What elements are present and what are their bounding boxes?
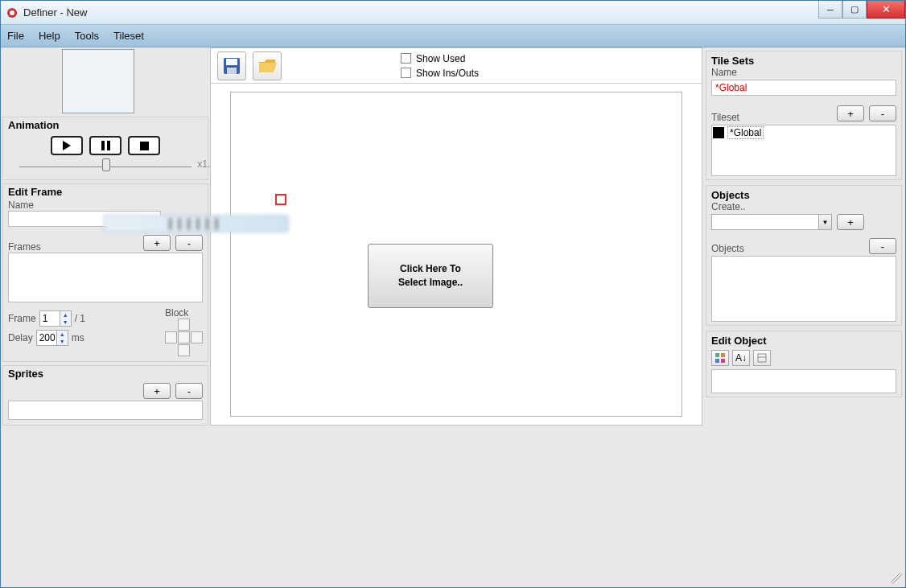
show-used-checkbox[interactable]: Show Used — [401, 53, 479, 64]
folder-open-icon — [257, 56, 277, 76]
titlebar[interactable]: Definer - New ─ ▢ ✕ — [1, 1, 905, 25]
objects-group: Objects Create.. ▼ + Objects - — [706, 185, 902, 326]
window-buttons: ─ ▢ ✕ — [818, 1, 905, 24]
objects-title: Objects — [711, 189, 896, 201]
speed-label: x1.0 — [197, 158, 210, 170]
create-select[interactable]: ▼ — [711, 214, 832, 230]
menu-tileset[interactable]: Tileset — [113, 30, 144, 42]
animation-group: Animation x1.0 — [2, 117, 208, 180]
prop-pages-button[interactable] — [753, 350, 771, 366]
frames-list[interactable] — [8, 253, 203, 302]
right-panel: Tile Sets Name Tileset + - *Global — [702, 47, 905, 426]
frames-label: Frames — [8, 241, 143, 253]
editobject-group: Edit Object A↓ — [706, 331, 902, 397]
app-window: Definer - New ─ ▢ ✕ File Help Tools Tile… — [0, 0, 906, 588]
block-label: Block — [165, 307, 203, 319]
svg-rect-3 — [226, 59, 237, 65]
menu-tools[interactable]: Tools — [75, 30, 99, 42]
delay-label: Delay — [8, 332, 33, 343]
tileset-remove-button[interactable]: - — [869, 105, 896, 121]
editobject-title: Edit Object — [711, 335, 896, 347]
svg-rect-8 — [721, 359, 725, 363]
sprites-add-button[interactable]: + — [143, 383, 171, 399]
resize-grip[interactable] — [891, 573, 902, 584]
tileset-item-global[interactable]: *Global — [712, 125, 896, 140]
frames-remove-button[interactable]: - — [175, 235, 203, 251]
sprites-remove-button[interactable]: - — [175, 383, 203, 399]
delay-spinner[interactable]: 200▲▼ — [36, 330, 68, 346]
close-button[interactable]: ✕ — [867, 1, 905, 19]
app-icon — [6, 6, 19, 19]
open-button[interactable] — [253, 51, 282, 80]
editframe-title: Edit Frame — [8, 186, 203, 198]
tileset-list[interactable]: *Global — [711, 125, 896, 176]
menubar: File Help Tools Tileset — [1, 25, 905, 47]
objects-list[interactable] — [711, 256, 896, 322]
center-panel: Show Used Show Ins/Outs Click Here ToSel… — [210, 47, 702, 426]
canvas-area[interactable]: Click Here ToSelect Image.. — [230, 92, 682, 417]
sprites-title: Sprites — [8, 368, 203, 380]
stop-button[interactable] — [128, 136, 160, 155]
svg-rect-4 — [227, 68, 237, 74]
block-grid[interactable] — [165, 319, 203, 356]
objects-list-label: Objects — [711, 243, 869, 254]
save-icon — [222, 56, 241, 76]
pause-icon — [101, 141, 110, 150]
svg-rect-9 — [758, 354, 766, 362]
frame-spinner[interactable]: 1▲▼ — [39, 310, 72, 327]
window-title: Definer - New — [23, 6, 818, 19]
tileset-list-label: Tileset — [711, 112, 837, 123]
chevron-down-icon: ▼ — [818, 215, 831, 229]
animation-title: Animation — [8, 119, 203, 131]
frames-add-button[interactable]: + — [143, 235, 171, 251]
categorized-icon — [715, 352, 726, 364]
create-label: Create.. — [711, 201, 896, 212]
property-pages-icon — [756, 352, 768, 364]
save-button[interactable] — [217, 51, 246, 80]
preview-box[interactable] — [62, 49, 134, 113]
tileset-name-label: Name — [711, 67, 896, 78]
selection-marker[interactable] — [275, 194, 286, 205]
select-image-button[interactable]: Click Here ToSelect Image.. — [368, 244, 493, 308]
object-remove-button[interactable]: - — [869, 238, 896, 254]
svg-rect-7 — [715, 359, 719, 363]
tilesets-group: Tile Sets Name Tileset + - *Global — [706, 51, 902, 180]
tilesets-title: Tile Sets — [711, 55, 896, 67]
slider-thumb[interactable] — [102, 158, 110, 171]
delay-unit: ms — [72, 332, 84, 343]
prop-categorized-button[interactable] — [711, 350, 729, 366]
minimize-button[interactable]: ─ — [818, 1, 842, 19]
play-button[interactable] — [51, 136, 83, 155]
tileset-name-input[interactable] — [711, 80, 896, 96]
maximize-button[interactable]: ▢ — [842, 1, 867, 19]
menu-file[interactable]: File — [7, 30, 24, 42]
show-insouts-checkbox[interactable]: Show Ins/Outs — [401, 68, 479, 79]
sprites-group: Sprites + - — [2, 365, 208, 426]
frame-label: Frame — [8, 313, 36, 324]
object-add-button[interactable]: + — [837, 214, 864, 230]
stop-icon — [140, 142, 149, 150]
tileset-add-button[interactable]: + — [837, 105, 864, 121]
center-toolbar: Show Used Show Ins/Outs — [211, 48, 702, 84]
sort-az-icon: A↓ — [735, 352, 747, 364]
frame-total: / 1 — [75, 313, 85, 324]
sprites-list[interactable] — [8, 401, 203, 420]
menu-help[interactable]: Help — [39, 30, 60, 42]
tileset-swatch — [713, 127, 724, 138]
left-panel: Animation x1.0 Edit Frame Name Frames — [1, 47, 210, 426]
pause-button[interactable] — [89, 136, 121, 155]
editframe-group: Edit Frame Name Frames + - Frame 1▲▼ — [2, 183, 208, 362]
svg-rect-6 — [721, 353, 725, 357]
play-icon — [63, 141, 71, 150]
client-area: ▌▌▌▌▌▌ Animation x1.0 Edit Frame N — [1, 47, 905, 587]
svg-rect-5 — [715, 353, 719, 357]
speed-slider[interactable]: x1.0 — [19, 158, 191, 175]
property-grid[interactable] — [711, 369, 896, 393]
obscured-overlay: ▌▌▌▌▌▌ — [104, 215, 289, 232]
prop-sort-button[interactable]: A↓ — [732, 350, 750, 366]
name-label: Name — [8, 199, 203, 211]
svg-point-1 — [10, 10, 14, 15]
